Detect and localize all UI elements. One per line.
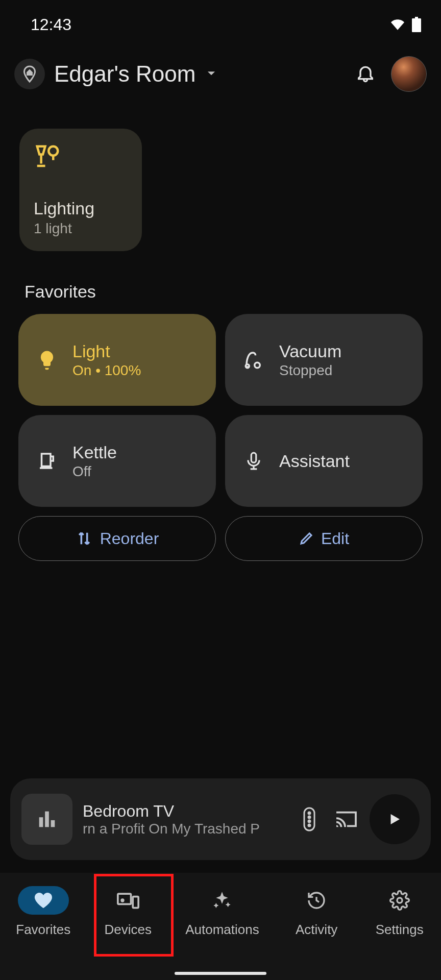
nav-devices[interactable]: Devices	[103, 886, 154, 938]
svg-point-11	[308, 824, 310, 826]
svg-rect-6	[51, 820, 55, 827]
nav-favorites[interactable]: Favorites	[16, 886, 70, 938]
home-location-icon[interactable]	[14, 59, 45, 89]
svg-point-10	[308, 820, 310, 822]
status-time: 12:43	[31, 15, 71, 34]
media-track: rn a Profit On My Trashed P	[83, 821, 286, 837]
bulb-icon	[32, 349, 62, 371]
nav-activity[interactable]: Activity	[291, 886, 342, 938]
sparkle-icon	[212, 890, 232, 911]
nav-label: Automations	[185, 922, 259, 938]
bottom-nav: Favorites Devices Automations Activity S…	[0, 873, 441, 980]
svg-rect-3	[251, 453, 256, 462]
category-title: Lighting	[34, 199, 128, 218]
profile-avatar[interactable]	[391, 56, 427, 92]
equalizer-icon	[35, 807, 59, 831]
mic-icon	[238, 451, 269, 471]
favorite-status: Stopped	[279, 362, 341, 379]
category-lighting-card[interactable]: Lighting 1 light	[19, 129, 142, 251]
edit-button[interactable]: Edit	[225, 516, 423, 561]
svg-point-9	[308, 816, 310, 818]
category-subtitle: 1 light	[34, 220, 128, 237]
favorite-vacuum-card[interactable]: Vacuum Stopped	[225, 314, 423, 406]
chevron-down-icon[interactable]	[203, 64, 220, 84]
cast-button[interactable]	[333, 810, 359, 829]
devices-icon	[117, 890, 139, 911]
app-header: Edgar's Room	[0, 40, 441, 102]
history-icon	[306, 890, 327, 911]
nav-automations[interactable]: Automations	[185, 886, 259, 938]
favorite-title: Kettle	[72, 443, 117, 462]
favorite-title: Assistant	[279, 451, 350, 471]
reorder-icon	[76, 530, 93, 547]
gesture-bar[interactable]	[175, 972, 266, 975]
status-icons	[389, 17, 422, 32]
nav-label: Activity	[296, 922, 337, 938]
nav-settings[interactable]: Settings	[374, 886, 425, 938]
favorite-title: Vacuum	[279, 341, 341, 361]
svg-rect-13	[133, 897, 138, 908]
vacuum-icon	[238, 349, 269, 371]
favorite-kettle-card[interactable]: Kettle Off	[18, 415, 216, 507]
cast-icon	[334, 810, 358, 829]
battery-icon	[411, 17, 422, 32]
media-thumbnail	[21, 794, 72, 845]
favorite-assistant-card[interactable]: Assistant	[225, 415, 423, 507]
svg-rect-12	[118, 894, 131, 904]
remote-button[interactable]	[296, 807, 323, 831]
media-player-card[interactable]: Bedroom TV rn a Profit On My Trashed P	[10, 778, 431, 860]
favorite-title: Light	[72, 341, 141, 361]
kettle-icon	[32, 450, 62, 472]
reorder-label: Reorder	[100, 529, 159, 548]
remote-icon	[303, 807, 316, 831]
play-button[interactable]	[370, 794, 420, 844]
notifications-button[interactable]	[355, 63, 376, 85]
favorite-status: On • 100%	[72, 362, 141, 379]
pencil-icon	[299, 531, 314, 546]
svg-point-1	[255, 362, 260, 368]
lamp-icon	[34, 143, 128, 173]
svg-point-8	[308, 812, 310, 814]
heart-icon	[33, 890, 54, 911]
gear-icon	[389, 890, 410, 911]
room-selector[interactable]: Edgar's Room	[54, 61, 195, 87]
svg-rect-5	[45, 812, 49, 827]
favorites-heading: Favorites	[0, 251, 441, 314]
edit-label: Edit	[321, 529, 349, 548]
nav-label: Devices	[104, 922, 151, 938]
svg-point-0	[48, 146, 58, 156]
nav-label: Favorites	[16, 922, 70, 938]
reorder-button[interactable]: Reorder	[18, 516, 216, 561]
favorite-status: Off	[72, 463, 117, 480]
nav-label: Settings	[376, 922, 424, 938]
favorites-grid: Light On • 100% Vacuum Stopped Kettle Of…	[0, 314, 441, 507]
svg-point-14	[121, 899, 124, 901]
status-bar: 12:43	[0, 0, 441, 40]
play-icon	[387, 812, 402, 827]
favorites-actions: Reorder Edit	[0, 507, 441, 570]
svg-point-15	[397, 898, 402, 903]
svg-rect-4	[39, 817, 43, 827]
favorite-light-card[interactable]: Light On • 100%	[18, 314, 216, 406]
wifi-icon	[389, 18, 406, 31]
media-device: Bedroom TV	[83, 802, 286, 821]
